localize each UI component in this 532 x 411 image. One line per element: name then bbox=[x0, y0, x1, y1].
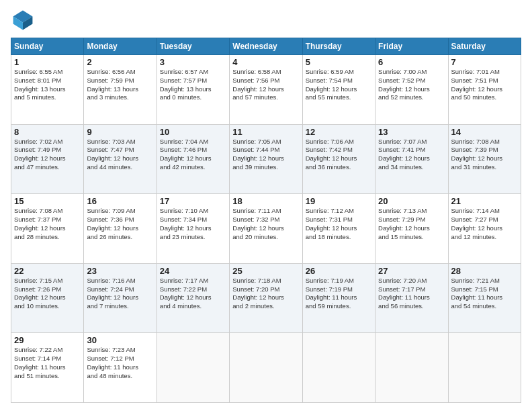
day-cell: 15Sunrise: 7:08 AM Sunset: 7:37 PM Dayli… bbox=[11, 194, 84, 264]
day-number: 25 bbox=[232, 266, 299, 276]
day-cell bbox=[230, 333, 302, 403]
day-number: 30 bbox=[87, 335, 153, 345]
day-cell bbox=[157, 333, 229, 403]
header-cell-tuesday: Tuesday bbox=[157, 38, 229, 55]
day-info: Sunrise: 6:59 AM Sunset: 7:54 PM Dayligh… bbox=[306, 68, 372, 102]
week-row-1: 8Sunrise: 7:02 AM Sunset: 7:49 PM Daylig… bbox=[11, 124, 521, 194]
logo bbox=[11, 8, 38, 32]
header-cell-saturday: Saturday bbox=[448, 38, 521, 55]
day-cell: 19Sunrise: 7:12 AM Sunset: 7:31 PM Dayli… bbox=[302, 194, 375, 264]
day-number: 20 bbox=[378, 196, 445, 206]
day-info: Sunrise: 7:08 AM Sunset: 7:37 PM Dayligh… bbox=[14, 207, 81, 241]
day-info: Sunrise: 7:20 AM Sunset: 7:17 PM Dayligh… bbox=[378, 277, 445, 311]
day-number: 29 bbox=[14, 335, 81, 345]
day-info: Sunrise: 7:07 AM Sunset: 7:41 PM Dayligh… bbox=[378, 138, 445, 172]
day-cell bbox=[448, 333, 521, 403]
calendar-body: 1Sunrise: 6:55 AM Sunset: 8:01 PM Daylig… bbox=[11, 55, 521, 403]
day-number: 24 bbox=[160, 266, 226, 276]
day-number: 18 bbox=[232, 196, 299, 206]
day-number: 14 bbox=[451, 127, 518, 137]
day-info: Sunrise: 7:18 AM Sunset: 7:20 PM Dayligh… bbox=[232, 277, 299, 311]
day-info: Sunrise: 6:57 AM Sunset: 7:57 PM Dayligh… bbox=[160, 68, 226, 102]
day-info: Sunrise: 7:15 AM Sunset: 7:26 PM Dayligh… bbox=[14, 277, 81, 311]
day-cell: 28Sunrise: 7:21 AM Sunset: 7:15 PM Dayli… bbox=[448, 263, 521, 333]
day-number: 26 bbox=[306, 266, 372, 276]
day-cell: 30Sunrise: 7:23 AM Sunset: 7:12 PM Dayli… bbox=[84, 333, 157, 403]
day-number: 22 bbox=[14, 266, 81, 276]
day-number: 12 bbox=[306, 127, 372, 137]
logo-icon bbox=[11, 8, 35, 32]
day-number: 5 bbox=[306, 57, 372, 67]
day-number: 10 bbox=[160, 127, 226, 137]
day-info: Sunrise: 7:09 AM Sunset: 7:36 PM Dayligh… bbox=[87, 207, 153, 241]
day-info: Sunrise: 7:19 AM Sunset: 7:19 PM Dayligh… bbox=[306, 277, 372, 311]
day-number: 21 bbox=[451, 196, 518, 206]
day-cell: 5Sunrise: 6:59 AM Sunset: 7:54 PM Daylig… bbox=[302, 55, 375, 125]
day-number: 8 bbox=[14, 127, 81, 137]
day-info: Sunrise: 7:03 AM Sunset: 7:47 PM Dayligh… bbox=[87, 138, 153, 172]
day-info: Sunrise: 6:55 AM Sunset: 8:01 PM Dayligh… bbox=[14, 68, 81, 102]
day-cell bbox=[375, 333, 448, 403]
day-cell: 11Sunrise: 7:05 AM Sunset: 7:44 PM Dayli… bbox=[230, 124, 302, 194]
day-cell: 18Sunrise: 7:11 AM Sunset: 7:32 PM Dayli… bbox=[230, 194, 302, 264]
day-cell: 3Sunrise: 6:57 AM Sunset: 7:57 PM Daylig… bbox=[157, 55, 229, 125]
day-info: Sunrise: 7:22 AM Sunset: 7:14 PM Dayligh… bbox=[14, 346, 81, 380]
day-cell: 4Sunrise: 6:58 AM Sunset: 7:56 PM Daylig… bbox=[230, 55, 302, 125]
day-cell: 22Sunrise: 7:15 AM Sunset: 7:26 PM Dayli… bbox=[11, 263, 84, 333]
day-info: Sunrise: 7:23 AM Sunset: 7:12 PM Dayligh… bbox=[87, 346, 153, 380]
calendar-header: SundayMondayTuesdayWednesdayThursdayFrid… bbox=[11, 38, 521, 55]
week-row-3: 22Sunrise: 7:15 AM Sunset: 7:26 PM Dayli… bbox=[11, 263, 521, 333]
day-cell: 24Sunrise: 7:17 AM Sunset: 7:22 PM Dayli… bbox=[157, 263, 229, 333]
day-cell: 20Sunrise: 7:13 AM Sunset: 7:29 PM Dayli… bbox=[375, 194, 448, 264]
day-info: Sunrise: 7:12 AM Sunset: 7:31 PM Dayligh… bbox=[306, 207, 372, 241]
header-cell-monday: Monday bbox=[84, 38, 157, 55]
day-cell: 10Sunrise: 7:04 AM Sunset: 7:46 PM Dayli… bbox=[157, 124, 229, 194]
day-info: Sunrise: 7:02 AM Sunset: 7:49 PM Dayligh… bbox=[14, 138, 81, 172]
day-number: 11 bbox=[232, 127, 299, 137]
day-cell: 29Sunrise: 7:22 AM Sunset: 7:14 PM Dayli… bbox=[11, 333, 84, 403]
day-cell: 9Sunrise: 7:03 AM Sunset: 7:47 PM Daylig… bbox=[84, 124, 157, 194]
day-info: Sunrise: 7:05 AM Sunset: 7:44 PM Dayligh… bbox=[232, 138, 299, 172]
day-info: Sunrise: 7:01 AM Sunset: 7:51 PM Dayligh… bbox=[451, 68, 518, 102]
day-cell: 26Sunrise: 7:19 AM Sunset: 7:19 PM Dayli… bbox=[302, 263, 375, 333]
day-cell: 25Sunrise: 7:18 AM Sunset: 7:20 PM Dayli… bbox=[230, 263, 302, 333]
day-number: 27 bbox=[378, 266, 445, 276]
day-info: Sunrise: 7:17 AM Sunset: 7:22 PM Dayligh… bbox=[160, 277, 226, 311]
day-info: Sunrise: 7:16 AM Sunset: 7:24 PM Dayligh… bbox=[87, 277, 153, 311]
day-number: 3 bbox=[160, 57, 226, 67]
day-info: Sunrise: 6:58 AM Sunset: 7:56 PM Dayligh… bbox=[232, 68, 299, 102]
day-number: 9 bbox=[87, 127, 153, 137]
day-number: 13 bbox=[378, 127, 445, 137]
day-info: Sunrise: 7:10 AM Sunset: 7:34 PM Dayligh… bbox=[160, 207, 226, 241]
header-cell-friday: Friday bbox=[375, 38, 448, 55]
week-row-2: 15Sunrise: 7:08 AM Sunset: 7:37 PM Dayli… bbox=[11, 194, 521, 264]
day-number: 23 bbox=[87, 266, 153, 276]
header bbox=[11, 8, 521, 32]
day-number: 19 bbox=[306, 196, 372, 206]
day-number: 2 bbox=[87, 57, 153, 67]
day-number: 4 bbox=[232, 57, 299, 67]
day-number: 7 bbox=[451, 57, 518, 67]
day-info: Sunrise: 7:14 AM Sunset: 7:27 PM Dayligh… bbox=[451, 207, 518, 241]
calendar-table: SundayMondayTuesdayWednesdayThursdayFrid… bbox=[11, 38, 521, 403]
day-info: Sunrise: 7:06 AM Sunset: 7:42 PM Dayligh… bbox=[306, 138, 372, 172]
day-cell: 7Sunrise: 7:01 AM Sunset: 7:51 PM Daylig… bbox=[448, 55, 521, 125]
day-cell: 8Sunrise: 7:02 AM Sunset: 7:49 PM Daylig… bbox=[11, 124, 84, 194]
day-cell: 21Sunrise: 7:14 AM Sunset: 7:27 PM Dayli… bbox=[448, 194, 521, 264]
page: SundayMondayTuesdayWednesdayThursdayFrid… bbox=[0, 0, 532, 411]
day-cell: 6Sunrise: 7:00 AM Sunset: 7:52 PM Daylig… bbox=[375, 55, 448, 125]
day-info: Sunrise: 7:00 AM Sunset: 7:52 PM Dayligh… bbox=[378, 68, 445, 102]
day-cell: 17Sunrise: 7:10 AM Sunset: 7:34 PM Dayli… bbox=[157, 194, 229, 264]
header-cell-sunday: Sunday bbox=[11, 38, 84, 55]
header-cell-thursday: Thursday bbox=[302, 38, 375, 55]
week-row-4: 29Sunrise: 7:22 AM Sunset: 7:14 PM Dayli… bbox=[11, 333, 521, 403]
day-cell: 14Sunrise: 7:08 AM Sunset: 7:39 PM Dayli… bbox=[448, 124, 521, 194]
day-cell: 1Sunrise: 6:55 AM Sunset: 8:01 PM Daylig… bbox=[11, 55, 84, 125]
day-info: Sunrise: 7:04 AM Sunset: 7:46 PM Dayligh… bbox=[160, 138, 226, 172]
day-cell: 23Sunrise: 7:16 AM Sunset: 7:24 PM Dayli… bbox=[84, 263, 157, 333]
day-info: Sunrise: 7:11 AM Sunset: 7:32 PM Dayligh… bbox=[232, 207, 299, 241]
day-cell: 12Sunrise: 7:06 AM Sunset: 7:42 PM Dayli… bbox=[302, 124, 375, 194]
day-number: 6 bbox=[378, 57, 445, 67]
day-info: Sunrise: 7:08 AM Sunset: 7:39 PM Dayligh… bbox=[451, 138, 518, 172]
day-number: 17 bbox=[160, 196, 226, 206]
